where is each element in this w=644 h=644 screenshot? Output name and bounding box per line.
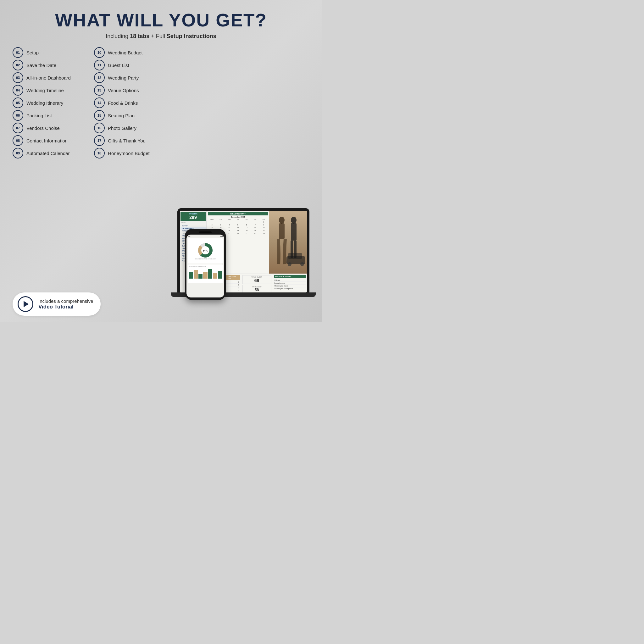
item-num: 12: [94, 72, 105, 83]
item-label: All-in-one Dashboard: [26, 75, 71, 81]
ss-guest-area: TOTAL GUEST 69 INVITE SENT 58: [241, 274, 273, 292]
phone-bar-area: SPENDINGS OVERVIEW: [188, 264, 223, 283]
phone-screen: 9:41 ●●● 84% RSVP RESPONSE OVERVIEW: [186, 235, 224, 297]
item-num: 01: [13, 47, 23, 58]
item-label: Contact Information: [26, 138, 68, 143]
list-item: 07Vendors Choise: [13, 123, 91, 133]
cal-day: 13: [242, 226, 251, 229]
timeline-count: 3: [238, 290, 239, 291]
svg-point-1: [279, 217, 285, 224]
svg-rect-8: [288, 253, 302, 259]
phone-chart-label: RSVP RESPONSE OVERVIEW: [195, 258, 216, 260]
phone-notch: [199, 231, 212, 233]
list-item: 17Gifts & Thank You: [94, 135, 172, 146]
cal-day-header: Tue: [216, 219, 225, 220]
bar-7: [218, 271, 222, 279]
cal-day: [234, 235, 242, 237]
cal-day: [242, 221, 251, 223]
cal-day-header: Wed: [225, 219, 233, 220]
item-num: 16: [94, 123, 105, 133]
ss-photo-placeholder: [269, 211, 307, 274]
timeline-count: 2: [238, 287, 239, 289]
ss-days: DAYS LEFT: 289: [180, 212, 206, 221]
cal-day-header: Mon: [208, 219, 216, 220]
ss-month-label: December 2024: [208, 216, 268, 218]
device-area: DAYS LEFT: 289 TABS SETUPDASHBOARDTIMELI…: [179, 47, 309, 316]
list-item: 03All-in-one Dashboard: [13, 72, 91, 83]
tabs-label: TABS: [180, 222, 206, 224]
cal-day: 9: [208, 226, 216, 229]
subtitle: Including 18 tabs + Full Setup Instructi…: [106, 33, 216, 40]
item-num: 07: [13, 123, 23, 133]
item-label: Wedding Itinerary: [26, 100, 63, 106]
list-item: 15Seating Plan: [94, 110, 172, 121]
cal-day: 7: [251, 224, 259, 226]
item-label: Wedding Timeline: [26, 88, 64, 93]
subtitle-plain: Including: [106, 33, 130, 39]
cal-day: [225, 221, 233, 223]
item-label: Guest List: [108, 63, 129, 68]
ss-task-area: TASK DUE TODAY OfficiantLook at venuesCh…: [273, 274, 307, 292]
item-num: 05: [13, 97, 23, 108]
cal-day: 5: [234, 224, 242, 226]
content-area: 01Setup02Save the Date03All-in-one Dashb…: [13, 47, 309, 316]
bar-6: [213, 273, 217, 279]
cal-day: 22: [260, 229, 268, 232]
svg-rect-2: [279, 223, 285, 239]
phone-signal: ●●●: [220, 236, 223, 237]
cal-day: [216, 221, 225, 223]
phone-time: 9:41: [188, 236, 191, 237]
item-num: 10: [94, 47, 105, 58]
cal-day: 11: [225, 226, 233, 229]
item-label: Wedding Party: [108, 75, 139, 81]
svg-point-9: [288, 262, 291, 266]
list-item: 01Setup: [13, 47, 91, 58]
list-item: 10Wedding Budget: [94, 47, 172, 58]
list-item: 06Packing List: [13, 110, 91, 121]
bar-1: [189, 272, 193, 279]
play-button[interactable]: [18, 296, 33, 312]
two-col-list: 01Setup02Save the Date03All-in-one Dashb…: [13, 47, 172, 287]
video-box[interactable]: Includes a comprehensive Video Tutorial: [13, 292, 101, 316]
cal-day: [251, 235, 259, 237]
subtitle-mid: + Full: [149, 33, 167, 39]
phone: 9:41 ●●● 84% RSVP RESPONSE OVERVIEW: [185, 229, 226, 300]
invite-sent-box: INVITE SENT 58: [242, 285, 271, 292]
bar-2: [194, 270, 198, 279]
cal-day: 1: [260, 221, 268, 223]
video-line1: Includes a comprehensive: [38, 298, 93, 304]
cal-day: 26: [234, 232, 242, 235]
cal-day-header: Sun: [260, 219, 268, 220]
item-num: 03: [13, 72, 23, 83]
subtitle-tabs: 18 tabs: [130, 33, 149, 39]
page: WHAT WILL YOU GET? Including 18 tabs + F…: [0, 0, 322, 322]
cal-day: [251, 221, 259, 223]
item-label: Wedding Budget: [108, 50, 143, 55]
ss-wedding-day-header: WEDDING DAY: [208, 212, 268, 215]
svg-point-10: [300, 262, 304, 266]
task-row: Choose your music: [274, 285, 306, 287]
cal-day: 27: [242, 232, 251, 235]
item-label: Automated Calendar: [26, 151, 70, 156]
task-row: Look at venues: [274, 282, 306, 285]
phone-chart-area: 84% RSVP RESPONSE OVERVIEW: [188, 238, 223, 264]
cal-day: 14: [251, 226, 259, 229]
list-item: 18Honeymoon Budget: [94, 148, 172, 158]
item-label: Gifts & Thank You: [108, 138, 146, 143]
cal-day: 21: [251, 229, 259, 232]
phone-outer: 9:41 ●●● 84% RSVP RESPONSE OVERVIEW: [185, 229, 226, 300]
list-item: 12Wedding Party: [94, 72, 172, 83]
phone-status: 9:41 ●●●: [188, 236, 223, 237]
ss-tab[interactable]: SETUP: [180, 225, 206, 227]
ss-tasks: OfficiantLook at venuesChoose your music…: [274, 279, 306, 290]
cal-day: 19: [234, 229, 242, 232]
list-item: 08Contact Information: [13, 135, 91, 146]
video-text: Includes a comprehensive Video Tutorial: [38, 298, 93, 310]
ss-photo-area: [269, 211, 307, 274]
item-num: 02: [13, 60, 23, 70]
item-label: Setup: [26, 50, 39, 55]
cal-day: 10: [216, 226, 225, 229]
cal-day: 29: [260, 232, 268, 235]
item-num: 04: [13, 85, 23, 96]
bar-5: [208, 269, 212, 279]
